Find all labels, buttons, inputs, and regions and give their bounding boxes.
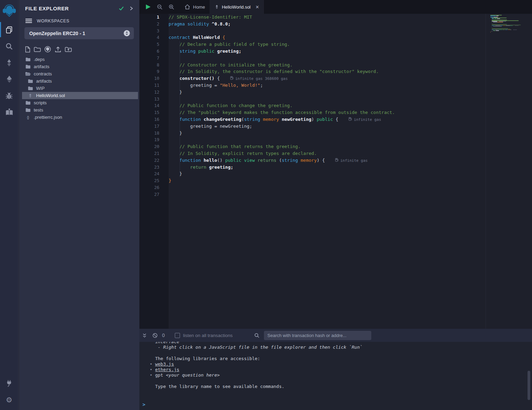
listen-transactions-checkbox[interactable] [175, 333, 180, 338]
code-line-20[interactable]: // Public function that returns the gree… [169, 143, 532, 150]
code-line-16[interactable]: function changeGreeting(string memory ne… [169, 116, 532, 123]
code-line-6[interactable]: string public greeting; [169, 48, 532, 55]
code-line-27[interactable] [169, 191, 532, 198]
tree-item--prettierrc-json[interactable]: { }.prettierrc.json [22, 114, 138, 121]
code-line-4[interactable]: contract HelloWorld { [169, 34, 532, 41]
code-line-2[interactable]: pragma solidity ^0.8.0; [169, 21, 532, 28]
tree-item-artifacts[interactable]: artifacts [22, 63, 138, 70]
code-line-15[interactable]: // The "public" keyword makes the functi… [169, 109, 532, 116]
clone-github-button[interactable] [44, 46, 51, 53]
indent-guide [180, 82, 180, 89]
tree-item-artifacts[interactable]: artifacts [22, 77, 138, 85]
code-line-25[interactable]: } [169, 177, 532, 184]
tree-item-scripts[interactable]: scripts [22, 99, 138, 106]
code-line-23[interactable]: return greeting; [169, 164, 532, 171]
indent-guide [180, 55, 180, 62]
search-panel-button[interactable] [0, 38, 18, 54]
tab-home[interactable]: Home [180, 0, 210, 14]
code-line-26[interactable] [169, 184, 532, 191]
gas-pump-icon [335, 158, 340, 162]
code-line-12[interactable]: } [169, 89, 532, 96]
zoom-out-button[interactable] [155, 0, 164, 14]
code-line-5[interactable]: // Declare a public field of type string… [169, 41, 532, 48]
active-panel-indicator [0, 22, 1, 37]
plugin-manager-button[interactable] [0, 375, 18, 391]
new-file-button[interactable] [25, 46, 31, 53]
code-line-9[interactable]: // In Solidity, the constructor is defin… [169, 68, 532, 75]
new-folder-button[interactable] [34, 46, 41, 53]
terminal-output[interactable]: interface - Right click on a JavaScript … [139, 342, 532, 410]
search-icon [254, 333, 259, 338]
tab-helloworld-sol[interactable]: HelloWorld.sol✕ [210, 0, 264, 14]
gas-estimate-annotation[interactable]: infinite gas [335, 158, 368, 163]
code-line-13[interactable] [169, 96, 532, 103]
run-script-button[interactable] [143, 0, 152, 14]
file-explorer-panel-button[interactable] [0, 21, 18, 38]
folder-icon [25, 101, 31, 105]
code-editor[interactable]: 1234567891011121314151617181920212223242… [139, 14, 532, 329]
tree-item-wip[interactable]: WIP [22, 85, 138, 92]
minimap[interactable] [486, 14, 532, 329]
upload-file-button[interactable] [54, 46, 62, 53]
code-line-1[interactable]: // SPDX-License-Identifier: MIT [169, 14, 532, 21]
zoom-in-button[interactable] [167, 0, 176, 14]
code-line-3[interactable] [169, 28, 532, 34]
search-panel-icon [5, 42, 13, 51]
code-line-17[interactable]: greeting = newGreeting; [169, 123, 532, 130]
indent-guide [180, 41, 180, 48]
code-line-24[interactable]: } [169, 170, 532, 177]
gas-estimate-annotation[interactable]: infinite gas 368600 gas [230, 76, 288, 81]
terminal-prompt[interactable]: > [142, 402, 145, 407]
tree-item-contracts[interactable]: contracts [22, 70, 138, 77]
code-line-10[interactable]: constructor() {infinite gas 368600 gas [169, 75, 532, 82]
workspace-select[interactable]: OpenZeppelin ERC20 - 1 [24, 27, 134, 39]
code-line-19[interactable] [169, 136, 532, 143]
gas-estimate-annotation[interactable]: infinite gas [349, 117, 381, 122]
deploy-run-button[interactable] [0, 71, 18, 87]
ban-icon [152, 333, 158, 338]
tree-item-helloworld-sol[interactable]: HelloWorld.sol [22, 92, 138, 99]
close-tab-icon[interactable]: ✕ [255, 4, 259, 10]
line-number: 16 [139, 116, 159, 123]
tree-item-tests[interactable]: tests [22, 106, 138, 114]
upload-folder-icon [65, 46, 72, 53]
collapse-panel-button[interactable] [129, 6, 134, 11]
code-line-8[interactable]: // Constructor to initialize the greetin… [169, 62, 532, 69]
terminal-scrollbar[interactable] [528, 371, 530, 400]
terminal-link[interactable]: ethers.js [155, 367, 179, 372]
chevron-right-icon [129, 6, 134, 11]
remix-logo[interactable] [0, 0, 18, 21]
learneth-button[interactable] [0, 104, 18, 120]
file-explorer-panel: FILE EXPLORER WORKSPACES OpenZeppelin ER… [19, 0, 139, 410]
code-line-21[interactable]: // In Solidity, explicit return types ar… [169, 150, 532, 157]
code-line-14[interactable]: // Public function to change the greetin… [169, 102, 532, 109]
debugger-button[interactable] [0, 87, 18, 104]
solidity-compiler-button[interactable] [0, 54, 18, 71]
terminal-line [150, 378, 532, 383]
search-icon [254, 333, 259, 338]
file-tree: .depsartifactscontractsartifactsWIPHello… [19, 56, 139, 121]
code-line-7[interactable] [169, 55, 532, 62]
line-number: 9 [139, 68, 159, 75]
remix-logo-icon [2, 3, 17, 18]
folder-icon [25, 101, 31, 105]
apply-check-button[interactable] [118, 5, 125, 12]
terminal-link[interactable]: web3.js [155, 361, 174, 367]
chevron-right-icon [129, 6, 134, 11]
upload-folder-button[interactable] [65, 46, 72, 53]
file-explorer-header: FILE EXPLORER [19, 0, 139, 12]
line-number: 3 [139, 28, 159, 34]
terminal-search-input[interactable] [264, 331, 371, 340]
line-number: 6 [139, 48, 159, 55]
terminal-collapse-button[interactable] [142, 329, 147, 342]
code-line-18[interactable]: } [169, 130, 532, 137]
workspaces-menu-icon-wrap[interactable] [25, 18, 32, 23]
tree-item--deps[interactable]: .deps [22, 56, 138, 63]
code-line-11[interactable]: greeting = "Hello, World!"; [169, 82, 532, 89]
code-line-22[interactable]: function hello() public view returns (st… [169, 157, 532, 164]
line-number: 19 [139, 136, 159, 143]
indent-guide [180, 68, 180, 75]
settings-button[interactable]: ⚙ [0, 391, 18, 408]
terminal-clear-button[interactable] [152, 329, 158, 342]
double-chevron-down-icon [142, 333, 147, 338]
